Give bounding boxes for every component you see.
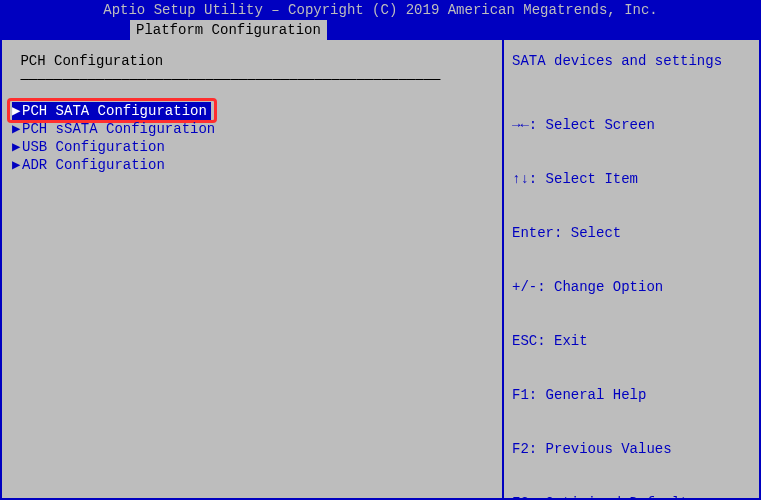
title-text: Aptio Setup Utility – Copyright (C) 2019… bbox=[103, 2, 658, 18]
tab-label: Platform Configuration bbox=[136, 22, 321, 38]
menu-item-pch-sata[interactable]: ▶ PCH SATA Configuration bbox=[12, 102, 211, 120]
tab-row: Platform Configuration bbox=[0, 20, 761, 40]
help-text: SATA devices and settings bbox=[512, 52, 751, 70]
submenu-arrow-icon: ▶ bbox=[12, 156, 22, 174]
menu-item-label: ADR Configuration bbox=[22, 156, 165, 174]
key-change-option: +/-: Change Option bbox=[512, 278, 751, 296]
section-divider: ————————————————————————————————————————… bbox=[12, 70, 492, 88]
menu-item-adr[interactable]: ▶ ADR Configuration bbox=[12, 156, 492, 174]
menu-item-label: PCH sSATA Configuration bbox=[22, 120, 215, 138]
key-enter: Enter: Select bbox=[512, 224, 751, 242]
menu-item-pch-ssata[interactable]: ▶ PCH sSATA Configuration bbox=[12, 120, 492, 138]
left-pane: PCH Configuration ——————————————————————… bbox=[2, 40, 504, 498]
tab-platform-configuration[interactable]: Platform Configuration bbox=[130, 20, 327, 40]
key-f2: F2: Previous Values bbox=[512, 440, 751, 458]
main-area: PCH Configuration ——————————————————————… bbox=[0, 40, 761, 500]
menu-item-usb[interactable]: ▶ USB Configuration bbox=[12, 138, 492, 156]
right-pane: SATA devices and settings ——————————————… bbox=[504, 40, 759, 498]
submenu-arrow-icon: ▶ bbox=[12, 138, 22, 156]
key-f3: F3: Optimized Defaults bbox=[512, 494, 751, 500]
submenu-arrow-icon: ▶ bbox=[12, 102, 22, 120]
title-bar: Aptio Setup Utility – Copyright (C) 2019… bbox=[0, 0, 761, 20]
key-esc: ESC: Exit bbox=[512, 332, 751, 350]
key-legend: →←: Select Screen ↑↓: Select Item Enter:… bbox=[512, 80, 751, 500]
menu-item-label: PCH SATA Configuration bbox=[22, 102, 207, 120]
key-f1: F1: General Help bbox=[512, 386, 751, 404]
key-select-screen: →←: Select Screen bbox=[512, 116, 751, 134]
section-heading: PCH Configuration bbox=[12, 52, 492, 70]
submenu-arrow-icon: ▶ bbox=[12, 120, 22, 138]
key-select-item: ↑↓: Select Item bbox=[512, 170, 751, 188]
menu-item-label: USB Configuration bbox=[22, 138, 165, 156]
